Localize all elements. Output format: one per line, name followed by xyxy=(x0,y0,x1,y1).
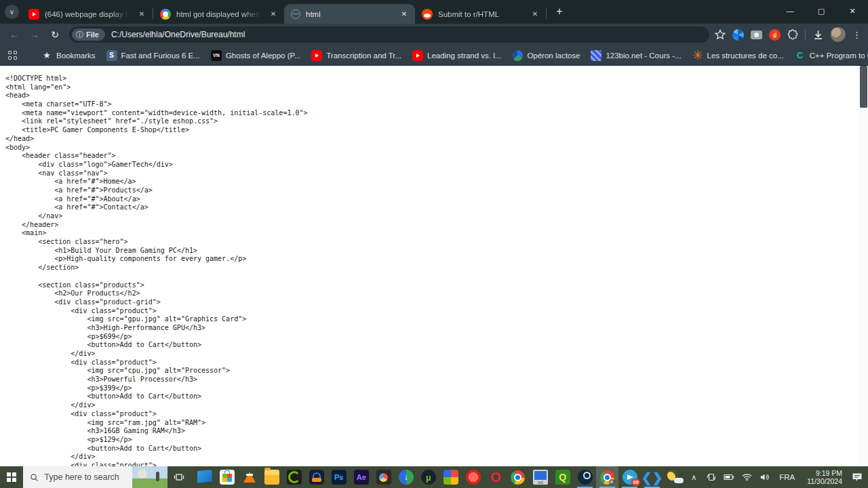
code-line: <link rel="stylesheet" href="./style esh… xyxy=(5,117,854,126)
profile-avatar[interactable] xyxy=(831,27,846,42)
code-line: <head> xyxy=(5,92,854,100)
taskbar-app-opera[interactable]: O xyxy=(484,466,507,488)
taskbar-search-box[interactable]: Type here to search xyxy=(23,466,167,488)
code-line: <section class="products"> xyxy=(5,281,854,290)
browser-tab[interactable]: html got displayed when review✕ xyxy=(153,4,284,24)
bookmark-item[interactable]: 123bio.net - Cours -... xyxy=(585,48,686,63)
search-placeholder: Type here to search xyxy=(44,472,119,482)
bookmark-star-icon[interactable] xyxy=(715,29,726,40)
page-icon xyxy=(291,9,300,19)
new-tab-button[interactable]: + xyxy=(551,3,568,20)
headphones-icon xyxy=(309,470,324,485)
taskbar-app-vscode[interactable]: ❮❯ xyxy=(641,466,663,488)
browser-tab[interactable]: Submit to r/HTML✕ xyxy=(415,4,546,24)
tray-chevron-up-icon[interactable]: ∧ xyxy=(686,466,702,488)
minimize-button[interactable]: — xyxy=(774,0,806,22)
scrollbar-thumb[interactable] xyxy=(860,66,867,108)
taskbar-app-idm[interactable] xyxy=(395,466,417,488)
wifi-icon[interactable] xyxy=(738,466,755,488)
address-bar[interactable]: ⓘ File C:/Users/elhla/OneDrive/Bureau/ht… xyxy=(69,26,709,43)
start-button[interactable] xyxy=(0,466,23,488)
bookmark-item[interactable]: Transcription and Tr... xyxy=(306,48,407,63)
bookmark-label: Transcription and Tr... xyxy=(326,52,401,60)
taskbar-app-vlc[interactable] xyxy=(238,466,260,488)
apps-grid-icon[interactable] xyxy=(8,51,17,60)
code-line: <button>Add to Cart</button> xyxy=(5,341,854,350)
vlc-icon xyxy=(242,470,257,485)
code-line: <div class="product-grid"> xyxy=(5,298,854,307)
bookmark-label: Bookmarks xyxy=(56,52,96,60)
taskbar-app-red-app[interactable] xyxy=(462,466,484,488)
sync-icon[interactable] xyxy=(703,466,719,488)
code-line: </nav> xyxy=(5,212,854,221)
code-line: <meta charset="UTF-8"> xyxy=(5,100,854,109)
tab-close-icon[interactable]: ✕ xyxy=(136,9,147,20)
tab-search-button[interactable]: ∨ xyxy=(5,5,19,19)
tab-close-icon[interactable]: ✕ xyxy=(268,9,279,20)
action-center-button[interactable] xyxy=(849,466,865,488)
maximize-button[interactable]: ▢ xyxy=(806,0,837,22)
bookmark-item[interactable]: SFast and Furious 6 E... xyxy=(101,48,205,63)
extensions-puzzle-icon[interactable] xyxy=(787,29,798,40)
taskbar-app-remote-desktop[interactable] xyxy=(529,466,551,488)
taskbar-app-qgis[interactable]: Q xyxy=(551,466,574,488)
letter-c-icon: C xyxy=(795,50,806,61)
language-indicator[interactable]: FRA xyxy=(774,473,800,481)
taskbar-app-after-effects[interactable]: Ae xyxy=(350,466,372,488)
tab-close-icon[interactable]: ✕ xyxy=(399,9,410,20)
browser-tab[interactable]: (646) webpage display html co✕ xyxy=(22,4,153,24)
taskbar-app-ms-store[interactable] xyxy=(216,466,238,488)
bookmark-item[interactable]: Leading strand vs. l... xyxy=(407,48,507,63)
taskbar-app-chrome[interactable] xyxy=(596,466,618,488)
close-button[interactable]: ✕ xyxy=(837,0,868,22)
toolbar-divider xyxy=(805,29,806,40)
camera-extension-icon[interactable] xyxy=(751,30,762,39)
code-line: <p>High-quality components for every gam… xyxy=(5,255,854,264)
bookmark-item[interactable]: CC++ Program to Co... xyxy=(789,48,868,63)
volume-icon[interactable] xyxy=(756,466,772,488)
code-line: <button>Add to Cart</button> xyxy=(5,445,854,453)
forward-icon[interactable]: → xyxy=(26,26,43,43)
bookmark-item[interactable]: VNGhosts of Aleppo (P... xyxy=(205,48,306,63)
code-line: <body> xyxy=(5,144,854,152)
back-icon[interactable]: ← xyxy=(5,26,23,43)
downloads-icon[interactable] xyxy=(812,29,824,41)
taskbar-app-nvidia[interactable] xyxy=(283,466,305,488)
nvidia-icon xyxy=(287,470,302,485)
star-icon: ★ xyxy=(41,50,52,61)
taskbar-app-chrome[interactable] xyxy=(507,466,529,488)
bookmark-item[interactable]: ★Bookmarks xyxy=(36,48,101,63)
taskbar-app-telegram[interactable]: 09 xyxy=(618,466,641,488)
scrollbar[interactable] xyxy=(859,66,868,466)
taskbar-app-cube-app[interactable] xyxy=(439,466,462,488)
taskbar-app-davinci-resolve[interactable] xyxy=(372,466,395,488)
browser-menu-icon[interactable]: ⋮ xyxy=(852,30,861,40)
taskbar-app-photoshop[interactable]: Ps xyxy=(328,466,350,488)
taskbar-app-headphones[interactable] xyxy=(305,466,328,488)
taskbar-app-this-pc[interactable] xyxy=(193,466,216,488)
code-line: <img src="ram.jpg" alt="RAM"> xyxy=(5,419,854,428)
pointer-extension-icon[interactable] xyxy=(769,29,781,41)
browser-tab-strip: ∨ (646) webpage display html co✕html got… xyxy=(0,0,868,24)
bookmark-label: Fast and Furious 6 E... xyxy=(121,52,200,60)
bookmark-item[interactable]: Opéron lactose xyxy=(507,48,585,63)
system-tray: ∧ FRA 9:19 PM 11/30/2024 xyxy=(686,466,868,488)
taskbar-app-utorrent[interactable]: µ xyxy=(417,466,439,488)
bookmark-item[interactable]: ✳Les structures de co... xyxy=(687,48,789,63)
ms-store-icon xyxy=(220,470,235,485)
shutter-extension-icon[interactable] xyxy=(732,29,744,41)
browser-tab[interactable]: html✕ xyxy=(284,4,415,24)
taskbar-app-weather[interactable] xyxy=(663,466,686,488)
taskbar-clock[interactable]: 9:19 PM 11/30/2024 xyxy=(802,469,848,485)
file-scheme-chip[interactable]: ⓘ File xyxy=(72,28,105,41)
battery-icon[interactable] xyxy=(721,466,737,488)
task-view-button[interactable] xyxy=(167,466,191,488)
reload-icon[interactable]: ↻ xyxy=(46,26,64,43)
toolbar-action-icons: ⋮ xyxy=(715,27,863,42)
taskbar-app-steam[interactable] xyxy=(574,466,596,488)
idm-icon xyxy=(399,470,414,485)
tab-close-icon[interactable]: ✕ xyxy=(530,9,540,20)
taskbar-app-file-explorer[interactable] xyxy=(260,466,283,488)
steam-icon xyxy=(578,470,593,485)
code-line: <header class="header"> xyxy=(5,152,854,161)
